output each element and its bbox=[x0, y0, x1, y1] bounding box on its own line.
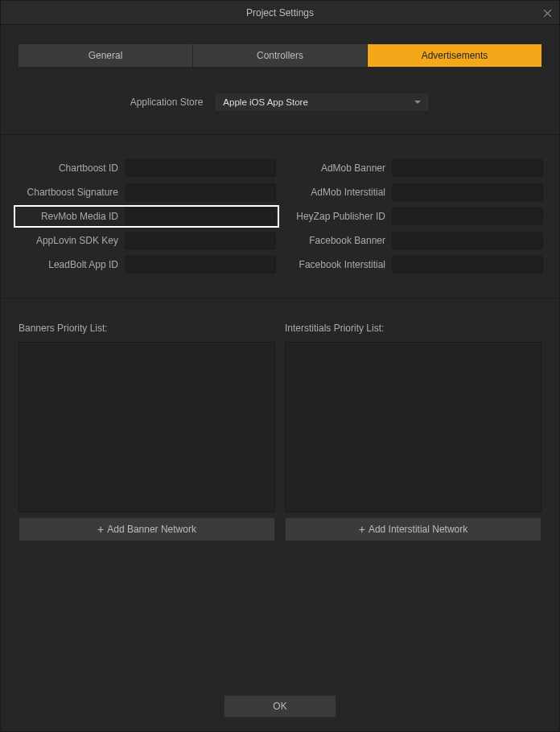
ok-button-label: OK bbox=[273, 701, 286, 712]
label-applovin-sdk-key: AppLovin SDK Key bbox=[17, 235, 118, 246]
add-interstitial-network-label: Add Interstitial Network bbox=[369, 524, 467, 535]
interstitials-priority-column: Interstitials Priority List: + Add Inter… bbox=[285, 323, 541, 541]
application-store-row: Application Store Apple iOS App Store bbox=[1, 67, 559, 135]
field-chartboost-id: Chartboost ID bbox=[17, 159, 276, 177]
input-admob-banner[interactable] bbox=[392, 159, 543, 177]
field-leadbolt-app-id: LeadBolt App ID bbox=[17, 256, 276, 273]
plus-icon: + bbox=[97, 524, 104, 535]
add-banner-network-label: Add Banner Network bbox=[107, 524, 196, 535]
banners-priority-label: Banners Priority List: bbox=[19, 323, 275, 334]
fields-left-column: Chartboost ID Chartboost Signature RevMo… bbox=[17, 159, 276, 273]
banners-priority-column: Banners Priority List: + Add Banner Netw… bbox=[19, 323, 275, 541]
ok-button[interactable]: OK bbox=[224, 695, 336, 718]
interstitials-priority-label: Interstitials Priority List: bbox=[285, 323, 541, 334]
input-heyzap-publisher-id[interactable] bbox=[392, 208, 543, 225]
input-chartboost-id[interactable] bbox=[125, 159, 276, 177]
add-banner-network-button[interactable]: + Add Banner Network bbox=[19, 517, 275, 541]
label-facebook-banner: Facebook Banner bbox=[284, 235, 385, 246]
application-store-value: Apple iOS App Store bbox=[223, 97, 307, 107]
tab-general[interactable]: General bbox=[19, 44, 193, 67]
label-leadbolt-app-id: LeadBolt App ID bbox=[17, 259, 118, 270]
window-title: Project Settings bbox=[1, 7, 559, 19]
input-facebook-banner[interactable] bbox=[392, 232, 543, 249]
field-facebook-banner: Facebook Banner bbox=[284, 232, 543, 249]
label-admob-interstitial: AdMob Interstitial bbox=[284, 187, 385, 198]
input-revmob-media-id[interactable] bbox=[125, 208, 276, 225]
field-facebook-interstitial: Facebook Interstitial bbox=[284, 256, 543, 273]
tab-controllers[interactable]: Controllers bbox=[193, 44, 368, 67]
label-chartboost-id: Chartboost ID bbox=[17, 162, 118, 174]
label-revmob-media-id: RevMob Media ID bbox=[17, 211, 118, 222]
field-chartboost-signature: Chartboost Signature bbox=[17, 183, 276, 201]
dialog-footer: OK bbox=[0, 695, 560, 718]
input-admob-interstitial[interactable] bbox=[392, 183, 543, 201]
plus-icon: + bbox=[359, 524, 365, 535]
input-leadbolt-app-id[interactable] bbox=[125, 256, 276, 273]
label-facebook-interstitial: Facebook Interstitial bbox=[284, 259, 385, 270]
application-store-select[interactable]: Apple iOS App Store bbox=[214, 93, 430, 112]
input-facebook-interstitial[interactable] bbox=[392, 256, 543, 273]
interstitials-priority-list[interactable] bbox=[285, 342, 541, 512]
field-admob-interstitial: AdMob Interstitial bbox=[284, 183, 543, 201]
label-chartboost-signature: Chartboost Signature bbox=[17, 187, 118, 198]
chevron-down-icon bbox=[414, 101, 421, 104]
window-titlebar: Project Settings bbox=[1, 1, 559, 25]
close-icon bbox=[543, 9, 552, 18]
fields-right-column: AdMob Banner AdMob Interstitial HeyZap P… bbox=[284, 159, 543, 273]
field-revmob-media-id: RevMob Media ID bbox=[14, 205, 279, 228]
field-heyzap-publisher-id: HeyZap Publisher ID bbox=[284, 208, 543, 225]
label-admob-banner: AdMob Banner bbox=[284, 162, 385, 174]
input-applovin-sdk-key[interactable] bbox=[125, 232, 276, 249]
close-button[interactable] bbox=[535, 1, 559, 25]
priority-lists: Banners Priority List: + Add Banner Netw… bbox=[1, 298, 559, 541]
ad-id-fields: Chartboost ID Chartboost Signature RevMo… bbox=[1, 135, 559, 298]
field-admob-banner: AdMob Banner bbox=[284, 159, 543, 177]
tab-bar: General Controllers Advertisements bbox=[1, 25, 559, 67]
banners-priority-list[interactable] bbox=[19, 342, 275, 512]
input-chartboost-signature[interactable] bbox=[125, 183, 276, 201]
label-heyzap-publisher-id: HeyZap Publisher ID bbox=[284, 211, 385, 222]
field-applovin-sdk-key: AppLovin SDK Key bbox=[17, 232, 276, 249]
add-interstitial-network-button[interactable]: + Add Interstitial Network bbox=[285, 517, 541, 541]
tab-advertisements[interactable]: Advertisements bbox=[368, 44, 541, 67]
application-store-label: Application Store bbox=[130, 97, 204, 108]
